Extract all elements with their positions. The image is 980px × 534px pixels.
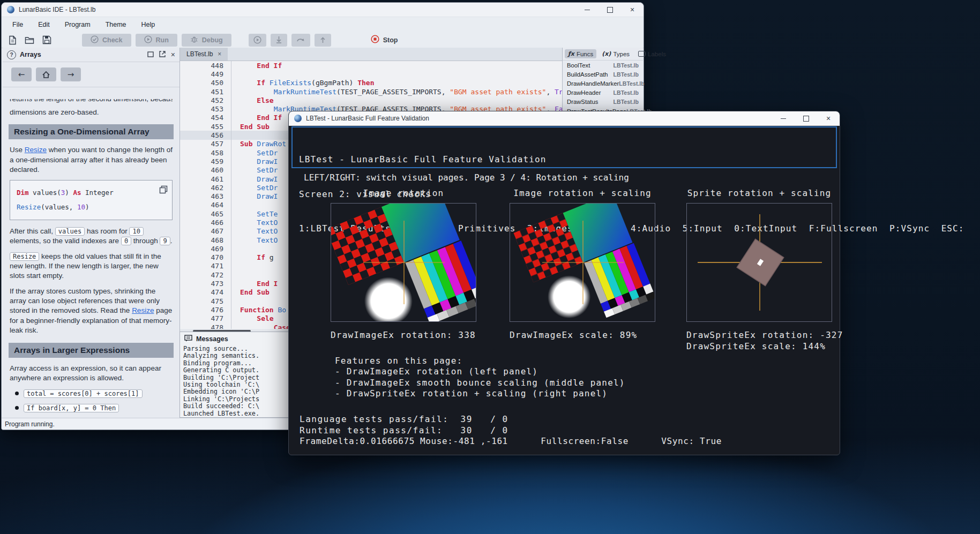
help-forward-button[interactable]: → bbox=[61, 67, 81, 81]
code-segment bbox=[240, 280, 257, 288]
check-button[interactable]: Check bbox=[82, 34, 131, 47]
code-segment: FileExists bbox=[270, 79, 311, 87]
open-file-button[interactable] bbox=[23, 34, 36, 46]
lbtest-maximize-button[interactable] bbox=[795, 111, 817, 125]
copy-icon[interactable] bbox=[159, 185, 168, 199]
ide-title-bar: LunarBasic IDE - LBTest.lb × bbox=[2, 3, 644, 17]
menu-program[interactable]: Program bbox=[58, 19, 97, 31]
function-row[interactable]: DrawHandleMarkerLBTest.lb bbox=[563, 79, 643, 88]
line-number: 465 bbox=[180, 209, 231, 218]
code-segment: If bbox=[257, 79, 265, 87]
tab-labels[interactable]: Labels bbox=[635, 50, 669, 58]
code-segment bbox=[240, 192, 257, 200]
run-button[interactable]: Run bbox=[136, 34, 177, 47]
code-segment: DrawI bbox=[257, 192, 278, 200]
doc-link[interactable]: Resize bbox=[25, 146, 47, 154]
tab-types[interactable]: (x)Types bbox=[599, 49, 633, 58]
arrays-help-panel: ? Arrays × ← → returns the length of the… bbox=[3, 48, 180, 418]
menu-file[interactable]: File bbox=[6, 19, 29, 31]
code-segment bbox=[240, 227, 257, 235]
menu-edit[interactable]: Edit bbox=[32, 19, 56, 31]
step-out-button[interactable] bbox=[315, 34, 331, 47]
function-row[interactable]: DrawHeaderLBTest.lb bbox=[563, 88, 643, 97]
function-row[interactable]: BoolTextLBTest.lb bbox=[563, 61, 643, 70]
function-file: LBTest.lb bbox=[619, 80, 644, 87]
code-segment: ) bbox=[85, 203, 89, 211]
lbtest-close-button[interactable]: × bbox=[817, 111, 840, 125]
tab-lbtest[interactable]: LBTest.lb × bbox=[180, 48, 228, 61]
tab-label: Types bbox=[613, 51, 630, 57]
tab-funcs[interactable]: ƒxFuncs bbox=[565, 49, 596, 58]
code-segment: Bo bbox=[278, 306, 286, 314]
help-content[interactable]: returns the length of the second dimensi… bbox=[3, 99, 179, 418]
step-over-button[interactable] bbox=[291, 34, 310, 47]
minimize-button[interactable] bbox=[576, 3, 599, 17]
function-row[interactable]: BuildAssetPathLBTest.lb bbox=[563, 70, 643, 79]
editor-tab-bar: LBTest.lb × bbox=[180, 48, 562, 61]
line-code: End Sub bbox=[231, 288, 270, 296]
line-number: 455 bbox=[180, 122, 231, 131]
line-code: End If bbox=[231, 114, 282, 122]
code-segment bbox=[240, 105, 274, 113]
tab-label: LBTest.lb bbox=[186, 50, 213, 58]
code-segment: DrawI bbox=[257, 157, 278, 166]
lbtest-heading: LBTest - LunarBasic Full Feature Validat… bbox=[299, 154, 836, 166]
line-code: DrawI bbox=[231, 192, 278, 200]
line-code: End Sub bbox=[231, 123, 270, 131]
new-file-button[interactable] bbox=[6, 34, 19, 46]
code-segment bbox=[240, 253, 257, 261]
help-back-button[interactable]: ← bbox=[11, 67, 32, 81]
function-row[interactable]: DrawStatusLBTest.lb bbox=[563, 97, 643, 107]
doc-link[interactable]: Resize bbox=[132, 306, 154, 314]
line-code: End I bbox=[231, 280, 278, 288]
line-number: 463 bbox=[180, 192, 231, 200]
lbtest-window: LBTest - LunarBasic Full Feature Validat… bbox=[288, 111, 840, 455]
popout-icon[interactable] bbox=[147, 50, 154, 59]
code-segment: values( bbox=[29, 189, 61, 197]
help-home-button[interactable] bbox=[36, 67, 56, 81]
tab-label: Labels bbox=[648, 51, 666, 57]
code-segment: Then bbox=[357, 79, 374, 87]
code-segment: "BGM asset path exists" bbox=[450, 88, 546, 96]
maximize-button[interactable] bbox=[599, 3, 621, 17]
line-number: 452 bbox=[180, 96, 231, 104]
debug-button[interactable]: Debug bbox=[182, 34, 231, 47]
code-segment: End If bbox=[257, 62, 282, 70]
function-file: LBTest.lb bbox=[614, 62, 639, 69]
funcs-icon: ƒx bbox=[568, 50, 574, 57]
code-line: 449 bbox=[180, 70, 562, 78]
menu-help[interactable]: Help bbox=[135, 19, 162, 31]
step-run-button[interactable] bbox=[249, 34, 266, 47]
feature-item: - DrawImageEx smooth bounce scaling (mid… bbox=[335, 378, 625, 388]
code-segment: (TEST_PAGE_ASSETS_IMPORTS, bbox=[336, 88, 450, 96]
function-name: DrawHeader bbox=[567, 89, 601, 96]
close-panel-icon[interactable]: × bbox=[171, 50, 175, 59]
line-number: 460 bbox=[180, 166, 231, 175]
open-external-icon[interactable] bbox=[159, 50, 166, 59]
bullet-item: If board[x, y] = 0 Then bbox=[24, 403, 173, 412]
line-code: SetDr bbox=[231, 166, 278, 174]
menu-theme[interactable]: Theme bbox=[99, 19, 133, 31]
line-code: DrawI bbox=[231, 157, 278, 166]
lbtest-screen[interactable]: LBTest - LunarBasic Full Feature Validat… bbox=[289, 125, 840, 455]
step-into-button[interactable] bbox=[271, 34, 287, 47]
line-code: DrawI bbox=[231, 175, 278, 183]
stop-icon bbox=[371, 35, 379, 45]
save-button[interactable] bbox=[40, 34, 53, 46]
close-button[interactable]: × bbox=[621, 3, 644, 17]
result-line: Runtime tests pass/fail: 30 / 0 bbox=[300, 425, 508, 436]
messages-icon bbox=[184, 335, 192, 343]
lbtest-minimize-button[interactable] bbox=[772, 111, 795, 125]
panel-title-sprite-rotation-scaling: Sprite rotation + scaling bbox=[686, 188, 832, 198]
line-code: SetDr bbox=[231, 149, 278, 157]
code-segment: Sub bbox=[240, 140, 252, 148]
feature-item: - DrawImageEx rotation (left panel) bbox=[335, 366, 625, 377]
line-code: If FileExists(gBgmPath) Then bbox=[231, 79, 374, 87]
inline-code-chip: total = scores[0] + scores[1] bbox=[24, 389, 143, 398]
line-number: 451 bbox=[180, 87, 231, 96]
tab-close-icon[interactable]: × bbox=[218, 50, 221, 58]
doc-section-heading: Arrays in Larger Expressions bbox=[9, 343, 174, 358]
inline-code-chip: 10 bbox=[129, 227, 143, 236]
stop-button[interactable]: Stop bbox=[365, 34, 403, 47]
panel-title-image-rotation-scaling: Image rotation + scaling bbox=[510, 188, 655, 198]
